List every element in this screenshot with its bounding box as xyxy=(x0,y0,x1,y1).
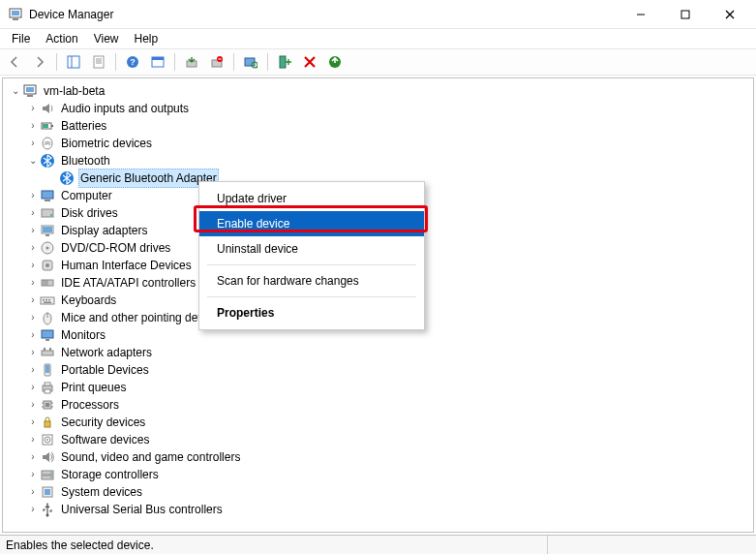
chevron-down-icon[interactable]: ⌄ xyxy=(9,82,22,100)
svg-point-76 xyxy=(46,439,48,441)
svg-point-79 xyxy=(50,472,52,474)
ctx-update-driver[interactable]: Update driver xyxy=(199,186,424,211)
tree-node-cat-22[interactable]: ›Universal Serial Bus controllers xyxy=(7,501,749,518)
maximize-button[interactable] xyxy=(663,0,708,29)
chevron-right-icon[interactable]: › xyxy=(26,239,40,257)
tree-node-cat-13[interactable]: ›Network adapters xyxy=(7,344,749,361)
enable-button[interactable] xyxy=(274,51,295,73)
chevron-right-icon[interactable]: › xyxy=(26,379,40,396)
svg-rect-57 xyxy=(42,330,53,338)
tree-node-cat-21[interactable]: ›System devices xyxy=(7,483,749,501)
ctx-properties[interactable]: Properties xyxy=(199,300,424,325)
svg-rect-24 xyxy=(280,56,286,68)
ctx-enable-device[interactable]: Enable device xyxy=(199,211,424,236)
statusbar: Enables the selected device. xyxy=(0,535,756,554)
svg-rect-65 xyxy=(45,383,50,385)
ctx-uninstall-device[interactable]: Uninstall device xyxy=(199,236,424,262)
chevron-right-icon[interactable]: › xyxy=(26,448,40,466)
disable-button[interactable] xyxy=(299,51,320,73)
battery-icon xyxy=(40,118,55,134)
system-icon xyxy=(40,484,55,500)
svg-rect-31 xyxy=(43,124,48,128)
menu-help[interactable]: Help xyxy=(127,30,166,47)
update-driver-button[interactable] xyxy=(181,51,202,73)
menu-view[interactable]: View xyxy=(86,30,127,47)
show-hide-tree-button[interactable] xyxy=(63,51,84,73)
tree-node-cat-16[interactable]: ›Processors xyxy=(7,396,749,414)
chevron-right-icon[interactable]: › xyxy=(26,466,40,483)
ide-icon xyxy=(40,275,55,291)
portable-icon xyxy=(40,362,55,378)
tree-node-cat-20[interactable]: ›Storage controllers xyxy=(7,466,749,483)
chevron-right-icon[interactable]: › xyxy=(26,187,40,204)
chevron-right-icon[interactable]: › xyxy=(26,344,40,361)
svg-point-80 xyxy=(50,477,52,478)
status-text: Enables the selected device. xyxy=(6,536,548,554)
chevron-right-icon[interactable]: › xyxy=(26,361,40,379)
tree-node-cat-18[interactable]: ›Software devices xyxy=(7,431,749,448)
chevron-right-icon[interactable]: › xyxy=(26,204,40,222)
chevron-right-icon[interactable]: › xyxy=(26,501,40,518)
optical-icon xyxy=(40,240,55,256)
add-legacy-button[interactable] xyxy=(324,51,346,73)
chevron-down-icon[interactable]: ⌄ xyxy=(26,152,40,169)
uninstall-button[interactable] xyxy=(206,51,227,73)
help-button[interactable]: ? xyxy=(122,51,143,73)
toolbar-separator xyxy=(233,53,234,71)
properties-button[interactable] xyxy=(88,51,109,73)
svg-rect-4 xyxy=(681,11,689,18)
tree-node-cat-0[interactable]: ›Audio inputs and outputs xyxy=(7,100,749,117)
minimize-button[interactable] xyxy=(619,0,663,29)
scan-hardware-button[interactable] xyxy=(240,51,261,73)
titlebar: Device Manager xyxy=(0,0,756,29)
chevron-right-icon[interactable]: › xyxy=(26,309,40,326)
tree-node-cat-17[interactable]: ›Security devices xyxy=(7,414,749,431)
action-button[interactable] xyxy=(147,51,168,73)
storage-icon xyxy=(40,467,55,482)
chevron-right-icon[interactable]: › xyxy=(26,222,40,239)
chevron-right-icon[interactable]: › xyxy=(26,274,40,292)
svg-rect-16 xyxy=(152,57,164,60)
tree-node-cat-14[interactable]: ›Portable Devices xyxy=(7,361,749,379)
menu-action[interactable]: Action xyxy=(38,30,85,47)
tree-node-cat-19[interactable]: ›Sound, video and game controllers xyxy=(7,448,749,466)
network-icon xyxy=(40,345,55,360)
bluetooth-icon xyxy=(40,153,55,169)
bluetooth-icon xyxy=(59,170,75,186)
tree-node-cat-2[interactable]: ›Biometric devices xyxy=(7,135,749,152)
forward-button[interactable] xyxy=(29,51,50,73)
svg-rect-54 xyxy=(44,302,51,304)
tree-node-label: Software devices xyxy=(59,431,151,448)
chevron-right-icon[interactable]: › xyxy=(26,396,40,414)
tree-node-cat-1[interactable]: ›Batteries xyxy=(7,117,749,135)
svg-rect-40 xyxy=(43,227,52,232)
chevron-right-icon[interactable]: › xyxy=(26,326,40,344)
svg-rect-2 xyxy=(13,18,18,20)
chevron-right-icon[interactable]: › xyxy=(26,117,40,135)
tree-node-root[interactable]: ⌄vm-lab-beta xyxy=(7,82,749,100)
ctx-scan-hardware[interactable]: Scan for hardware changes xyxy=(199,268,424,293)
chevron-right-icon[interactable]: › xyxy=(26,135,40,152)
svg-rect-35 xyxy=(42,191,53,199)
chevron-right-icon[interactable]: › xyxy=(26,257,40,274)
svg-rect-60 xyxy=(44,348,45,351)
chevron-right-icon[interactable]: › xyxy=(26,483,40,501)
svg-rect-9 xyxy=(94,56,104,68)
close-button[interactable] xyxy=(708,0,752,29)
chevron-right-icon[interactable]: › xyxy=(26,100,40,117)
tree-node-cat-15[interactable]: ›Print queues xyxy=(7,379,749,396)
chevron-right-icon[interactable]: › xyxy=(26,431,40,448)
tree-node-label: Print queues xyxy=(59,379,128,396)
tree-node-label: Audio inputs and outputs xyxy=(59,100,191,117)
chevron-right-icon[interactable]: › xyxy=(26,414,40,431)
tree-node-label: Batteries xyxy=(59,117,108,135)
cpu-icon xyxy=(40,397,55,413)
chevron-right-icon[interactable]: › xyxy=(26,292,40,309)
svg-rect-30 xyxy=(51,125,53,127)
svg-rect-63 xyxy=(45,365,49,373)
svg-point-45 xyxy=(45,263,49,267)
menu-file[interactable]: File xyxy=(4,30,38,47)
back-button[interactable] xyxy=(4,51,25,73)
svg-rect-82 xyxy=(45,489,50,495)
tree-node-cat-3[interactable]: ⌄Bluetooth xyxy=(7,152,749,169)
